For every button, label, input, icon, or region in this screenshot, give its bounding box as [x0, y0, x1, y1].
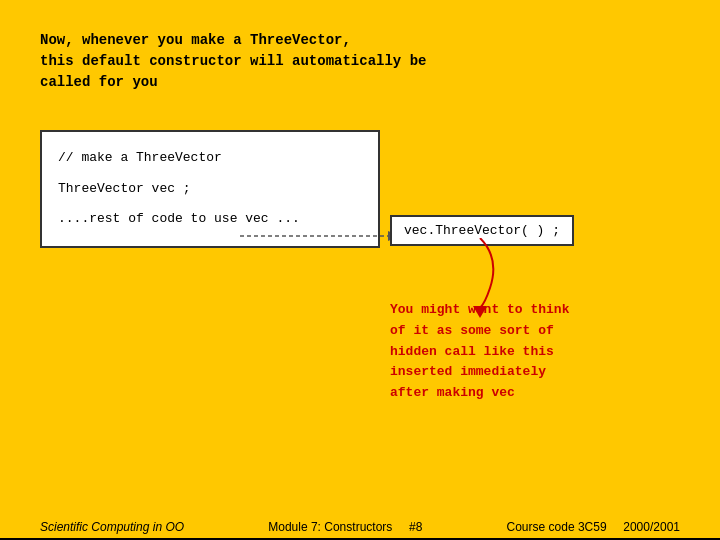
- vec-call-text: vec.ThreeVector( ) ;: [404, 223, 560, 238]
- intro-line1: Now, whenever you make a ThreeVector,: [40, 30, 680, 51]
- footer-course-code: Course code 3C59: [507, 520, 607, 534]
- footer-year: 2000/2001: [623, 520, 680, 534]
- annotation-line2: of it as some sort of: [390, 321, 640, 342]
- footer-course-name: Scientific Computing in OO: [40, 520, 184, 534]
- intro-text: Now, whenever you make a ThreeVector, th…: [40, 30, 680, 93]
- intro-line2: this default constructor will automatica…: [40, 51, 680, 72]
- intro-line3: called for you: [40, 72, 680, 93]
- annotation-line5: after making vec: [390, 383, 640, 404]
- footer-right-info: Course code 3C59 2000/2001: [507, 520, 680, 534]
- annotation-text: You might want to think of it as some so…: [390, 300, 640, 404]
- annotation-line1: You might want to think: [390, 300, 640, 321]
- code-declaration: ThreeVector vec ;: [58, 177, 362, 202]
- code-comment: // make a ThreeVector: [58, 146, 362, 171]
- footer: Scientific Computing in OO Module 7: Con…: [0, 520, 720, 534]
- footer-page: #8: [409, 520, 422, 534]
- annotation-line3: hidden call like this: [390, 342, 640, 363]
- slide-container: Now, whenever you make a ThreeVector, th…: [0, 0, 720, 540]
- annotation-line4: inserted immediately: [390, 362, 640, 383]
- dashed-arrow: [240, 226, 400, 246]
- footer-module: Module 7: Constructors #8: [268, 520, 422, 534]
- footer-module-text: Module 7: Constructors: [268, 520, 392, 534]
